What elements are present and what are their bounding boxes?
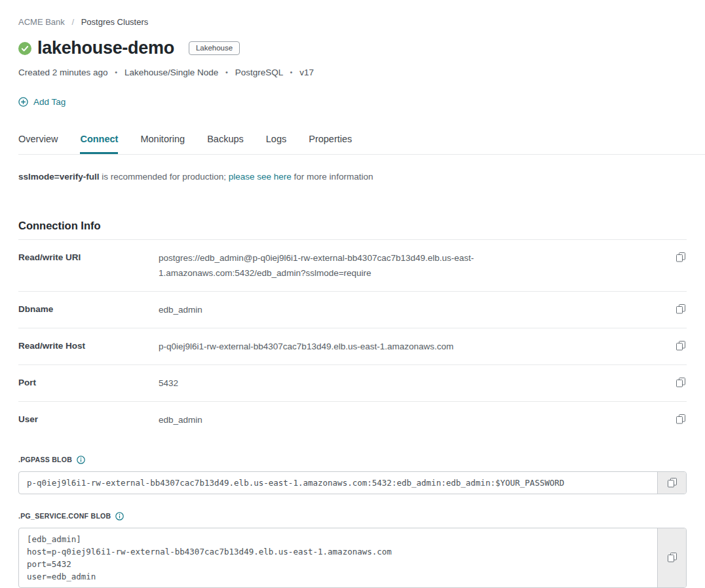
cluster-detail-page: ACME Bank / Postgres Clusters lakehouse-…: [0, 0, 705, 588]
table-row-dbname: Dbname edb_admin: [18, 292, 687, 328]
row-value: postgres://edb_admin@p-q0iej9l6i1-rw-ext…: [159, 250, 487, 281]
connection-info-table: Read/write URI postgres://edb_admin@p-q0…: [18, 240, 687, 438]
copy-button[interactable]: [657, 472, 686, 494]
check-circle-icon: [18, 42, 31, 55]
add-tag-label: Add Tag: [33, 97, 66, 107]
tab-overview[interactable]: Overview: [18, 134, 58, 154]
tab-properties[interactable]: Properties: [309, 134, 352, 154]
info-icon[interactable]: [77, 456, 85, 464]
copy-icon: [676, 341, 685, 351]
meta-created: Created 2 minutes ago: [18, 68, 108, 77]
copy-button[interactable]: [657, 528, 686, 587]
meta-bullet: •: [290, 68, 293, 76]
pg-service-conf-label-row: .PG_SERVICE.CONF BLOB: [18, 512, 687, 520]
copy-button[interactable]: [675, 340, 687, 352]
tab-logs[interactable]: Logs: [266, 134, 286, 154]
copy-icon: [668, 553, 677, 562]
plus-circle-icon: [18, 97, 28, 107]
breadcrumb: ACME Bank / Postgres Clusters: [0, 17, 705, 27]
pgpass-blob-value[interactable]: p-q0iej9l6i1-rw-external-bb4307cac7b13d4…: [19, 472, 657, 494]
row-label: Dbname: [18, 302, 159, 314]
tab-bar: Overview Connect Monitoring Backups Logs…: [18, 134, 705, 155]
row-value: 5432: [159, 376, 487, 391]
copy-button[interactable]: [675, 251, 687, 264]
row-value: edb_admin: [159, 412, 487, 427]
row-label: User: [18, 412, 159, 424]
meta-version: v17: [299, 68, 314, 77]
copy-icon: [676, 304, 685, 314]
meta-bullet: •: [225, 68, 228, 76]
breadcrumb-clusters[interactable]: Postgres Clusters: [81, 17, 149, 27]
pg-service-conf-blob-value[interactable]: [edb_admin] host=p-q0iej9l6i1-rw-externa…: [19, 528, 657, 587]
copy-button[interactable]: [675, 376, 687, 389]
table-row-read-write-uri: Read/write URI postgres://edb_admin@p-q0…: [18, 240, 687, 292]
meta-bullet: •: [115, 68, 117, 76]
table-row-read-write-host: Read/write Host p-q0iej9l6i1-rw-external…: [18, 328, 687, 365]
row-value: p-q0iej9l6i1-rw-external-bb4307cac7b13d4…: [159, 339, 487, 354]
pgpass-label-row: .PGPASS BLOB: [18, 456, 687, 464]
sslmode-notice-text: is recommended for production;: [99, 172, 228, 182]
meta-engine: PostgreSQL: [235, 68, 283, 77]
see-here-link[interactable]: please see here: [229, 172, 292, 182]
copy-icon: [676, 378, 685, 387]
row-label: Port: [18, 376, 159, 387]
breadcrumb-org[interactable]: ACME Bank: [18, 17, 65, 27]
cluster-meta: Created 2 minutes ago • Lakehouse/Single…: [0, 68, 705, 77]
pg-service-conf-label: .PG_SERVICE.CONF BLOB: [18, 512, 111, 520]
table-row-user: User edb_admin: [18, 402, 687, 438]
copy-icon: [676, 252, 685, 262]
page-title: lakehouse-demo: [37, 38, 174, 58]
copy-button[interactable]: [675, 413, 687, 425]
row-label: Read/write Host: [18, 339, 159, 351]
row-label: Read/write URI: [18, 250, 159, 262]
info-icon[interactable]: [115, 512, 124, 520]
table-row-port: Port 5432: [18, 365, 687, 402]
sslmode-notice-text-after: for more information: [292, 172, 373, 182]
pgpass-label: .PGPASS BLOB: [18, 456, 72, 463]
copy-button[interactable]: [675, 303, 687, 315]
pgpass-blob-field: p-q0iej9l6i1-rw-external-bb4307cac7b13d4…: [18, 471, 687, 494]
tab-backups[interactable]: Backups: [207, 134, 244, 154]
breadcrumb-separator: /: [71, 17, 74, 27]
row-value: edb_admin: [159, 302, 487, 317]
tab-monitoring[interactable]: Monitoring: [140, 134, 185, 154]
pg-service-conf-blob-field: [edb_admin] host=p-q0iej9l6i1-rw-externa…: [18, 528, 687, 588]
connection-info-heading: Connection Info: [18, 220, 687, 232]
cluster-type-badge: Lakehouse: [189, 41, 240, 56]
pg-service-conf-section: .PG_SERVICE.CONF BLOB [edb_admin] host=p…: [18, 512, 687, 588]
copy-icon: [668, 478, 677, 488]
sslmode-notice: sslmode=verify-full is recommended for p…: [0, 171, 705, 184]
add-tag-button[interactable]: Add Tag: [18, 97, 66, 107]
cluster-header: lakehouse-demo Lakehouse: [0, 38, 705, 58]
meta-architecture: Lakehouse/Single Node: [124, 68, 218, 77]
sslmode-notice-bold: sslmode=verify-full: [18, 172, 99, 182]
tab-connect[interactable]: Connect: [80, 134, 118, 154]
copy-icon: [676, 414, 685, 424]
pgpass-section: .PGPASS BLOB p-q0iej9l6i1-rw-external-bb…: [18, 456, 687, 494]
